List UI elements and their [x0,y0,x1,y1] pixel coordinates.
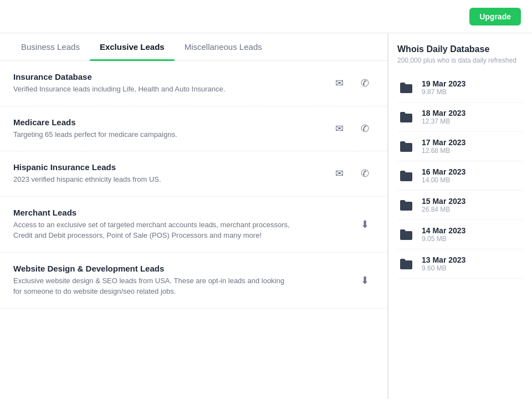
lead-title: Medicare Leads [13,117,319,127]
db-info: 18 Mar 2023 12.37 MB [422,109,466,125]
lead-description: Targeting 65 leads perfect for medicare … [13,129,290,140]
db-date: 16 Mar 2023 [422,167,466,176]
db-list-item[interactable]: 17 Mar 2023 12.68 MB [397,132,523,161]
db-list-item[interactable]: 15 Mar 2023 26.84 MB [397,191,523,220]
db-size: 9.05 MB [422,235,466,243]
db-list-item[interactable]: 19 Mar 2023 9.87 MB [397,73,523,103]
folder-icon [397,167,415,185]
tab-miscellaneous-leads[interactable]: Miscellaneous Leads [175,33,272,60]
tab-exclusive-leads[interactable]: Exclusive Leads [90,33,175,60]
main-layout: Business Leads Exclusive Leads Miscellan… [0,33,532,399]
lead-item: Medicare Leads Targeting 65 leads perfec… [0,106,387,152]
download-icon[interactable]: ⬇ [355,271,374,290]
db-date: 14 Mar 2023 [422,226,466,235]
folder-icon [397,108,415,126]
lead-title: Merchant Leads [13,208,344,217]
db-size: 12.68 MB [422,147,466,155]
phone-icon[interactable]: ✆ [355,119,374,138]
lead-actions: ✉ ✆ [330,74,374,93]
db-info: 17 Mar 2023 12.68 MB [422,138,466,155]
lead-item: Insurance Database Verified Insurance le… [0,61,387,106]
lead-description: Verified Insurance leads including Life,… [13,84,290,95]
leads-list: Insurance Database Verified Insurance le… [0,61,387,309]
right-panel-subtitle: 200,000 plus who is data daily refreshed [397,57,523,64]
right-panel-title: Whois Daily Database [397,44,523,54]
download-icon[interactable]: ⬇ [355,215,374,234]
right-panel: Whois Daily Database 200,000 plus who is… [388,33,532,399]
tab-business-leads[interactable]: Business Leads [11,33,90,60]
lead-description: Access to an exclusive set of targeted m… [13,219,290,241]
database-list: 19 Mar 2023 9.87 MB 18 Mar 2023 12.37 MB [397,73,523,279]
phone-icon[interactable]: ✆ [355,74,374,93]
folder-icon [397,255,415,273]
db-date: 18 Mar 2023 [422,109,466,117]
db-date: 17 Mar 2023 [422,138,466,147]
lead-content: Medicare Leads Targeting 65 leads perfec… [13,117,319,140]
db-info: 14 Mar 2023 9.05 MB [422,226,466,243]
lead-description: 2023 verified hispanic ethnicity leads f… [13,174,290,185]
lead-actions: ⬇ [355,215,374,234]
db-list-item[interactable]: 14 Mar 2023 9.05 MB [397,220,523,249]
db-list-item[interactable]: 13 Mar 2023 9.60 MB [397,249,523,279]
lead-title: Hispanic Insurance Leads [13,162,319,172]
db-size: 12.37 MB [422,117,466,125]
folder-icon [397,79,415,96]
folder-icon [397,196,415,214]
left-panel: Business Leads Exclusive Leads Miscellan… [0,33,388,399]
lead-actions: ✉ ✆ [330,164,374,183]
lead-content: Hispanic Insurance Leads 2023 verified h… [13,162,319,185]
email-icon[interactable]: ✉ [330,74,349,93]
lead-content: Website Design & Development Leads Exclu… [13,264,344,297]
lead-item: Website Design & Development Leads Exclu… [0,253,387,309]
db-size: 26.84 MB [422,206,466,213]
db-size: 9.60 MB [422,264,466,272]
tabs-bar: Business Leads Exclusive Leads Miscellan… [0,33,387,61]
lead-content: Insurance Database Verified Insurance le… [13,72,319,95]
db-date: 13 Mar 2023 [422,255,466,264]
db-info: 13 Mar 2023 9.60 MB [422,255,466,272]
db-size: 14.00 MB [422,176,466,184]
lead-title: Website Design & Development Leads [13,264,344,273]
folder-icon [397,226,415,243]
db-info: 16 Mar 2023 14.00 MB [422,167,466,184]
upgrade-button[interactable]: Upgrade [469,8,521,25]
email-icon[interactable]: ✉ [330,119,349,138]
lead-actions: ⬇ [355,271,374,290]
folder-icon [397,137,415,155]
email-icon[interactable]: ✉ [330,164,349,183]
lead-title: Insurance Database [13,72,319,81]
db-list-item[interactable]: 16 Mar 2023 14.00 MB [397,161,523,191]
lead-item: Merchant Leads Access to an exclusive se… [0,197,387,253]
lead-item: Hispanic Insurance Leads 2023 verified h… [0,151,387,197]
lead-actions: ✉ ✆ [330,119,374,138]
db-info: 15 Mar 2023 26.84 MB [422,197,466,213]
db-list-item[interactable]: 18 Mar 2023 12.37 MB [397,103,523,132]
db-date: 15 Mar 2023 [422,197,466,206]
lead-content: Merchant Leads Access to an exclusive se… [13,208,344,241]
header: Upgrade [0,0,532,33]
lead-description: Exclusive website design & SEO leads fro… [13,275,290,297]
phone-icon[interactable]: ✆ [355,164,374,183]
db-info: 19 Mar 2023 9.87 MB [422,79,466,96]
db-date: 19 Mar 2023 [422,79,466,88]
db-size: 9.87 MB [422,88,466,96]
